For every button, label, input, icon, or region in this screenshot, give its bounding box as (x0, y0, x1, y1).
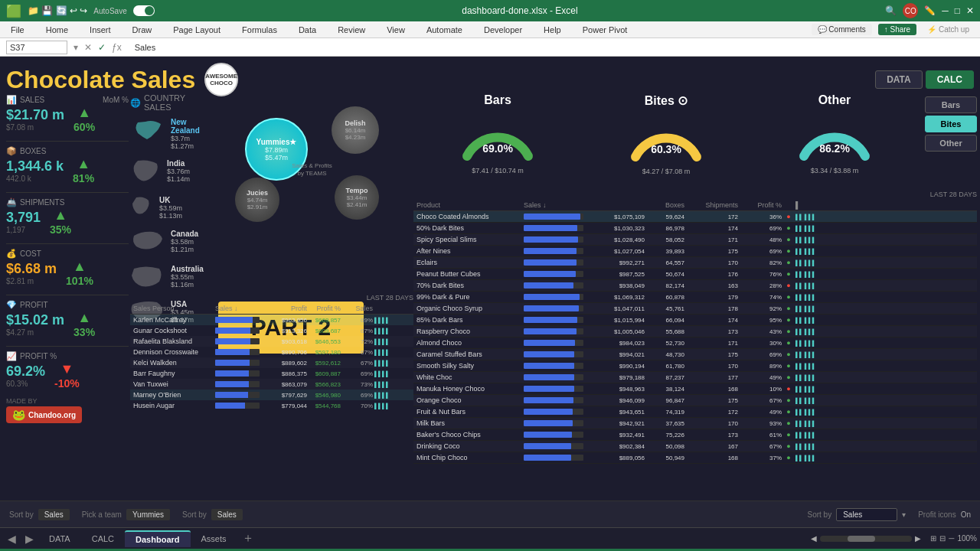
excel-sheet-tabs: ◀ ▶ DATA CALC Dashboard Assets ＋ ◀ ▶ ⊞ ⊟… (0, 527, 980, 549)
view-tab[interactable]: View (382, 24, 410, 36)
sheet-tab-calc[interactable]: CALC (81, 531, 125, 546)
products-last28-label: LAST 28 DAYS (413, 191, 977, 198)
excel-ribbon: File Home Insert Draw Page Layout Formul… (0, 21, 980, 38)
jucies-bubble[interactable]: Jucies $4.74m $2.91m (235, 178, 279, 222)
category-buttons: Bars Bites Other (925, 96, 977, 152)
formula-expand[interactable]: ▾ (74, 42, 78, 53)
profit-icons-control: Profit icons On (918, 510, 971, 519)
metrics-panel: 📊SALESMoM % $21.70 m $7.08 m ▲ 60% 📦BOXE… (6, 95, 129, 423)
product-row: 99% Dark & Pure $1,069,312 60,878 179 74… (413, 292, 977, 303)
shipments-metric: 🚢SHIPMENTS 3,791 1,197 ▲ 35% (6, 197, 129, 236)
catchup-btn[interactable]: ⚡ Catch up (923, 24, 974, 35)
scroll-bar-left[interactable]: ◀ (811, 534, 817, 543)
sheet-tab-assets[interactable]: Assets (191, 531, 237, 546)
formula-icon: ƒx (112, 42, 122, 53)
developer-tab[interactable]: Developer (479, 24, 527, 36)
title-section: Chocolate Sales AWESOME CHOCO (6, 63, 238, 96)
bars-cat-button[interactable]: Bars (925, 96, 977, 113)
product-row: Mint Chip Choco $889,056 50,949 168 37% … (413, 452, 977, 464)
profit-pct-metric: 📈PROFIT % 69.2% 60.3% ▼ -10% (6, 351, 129, 390)
tempo-bubble[interactable]: Tempo $3.44m $2.41m (335, 175, 379, 220)
home-tab[interactable]: Home (41, 24, 73, 36)
sales-row: Van Tuxwei $863,079 $566,823 73% ▌▌▌▌ (130, 379, 413, 390)
draw-tab[interactable]: Draw (128, 24, 157, 36)
product-row: Spicy Special Slims $1,028,490 58,052 17… (413, 234, 977, 246)
bites-cat-button[interactable]: Bites (925, 116, 977, 132)
formula-bar: S37 ▾ ✕ ✓ ƒx Sales (0, 38, 980, 57)
share-btn[interactable]: ↑ Share (878, 24, 916, 35)
scroll-bar-right[interactable]: ▶ (915, 534, 921, 543)
sortby-input[interactable] (836, 508, 897, 521)
close-btn[interactable]: ✕ (966, 5, 974, 16)
boxes-metric: 📦BOXES 1,344.6 k 442.0 k ▲ 81% (6, 146, 129, 184)
svg-text:60.3%: 60.3% (651, 143, 681, 155)
powerpivot-tab[interactable]: Power Pivot (578, 24, 632, 36)
tab-prev[interactable]: ◀ (3, 531, 21, 546)
add-sheet-button[interactable]: ＋ (237, 529, 259, 548)
autosave-toggle[interactable] (133, 5, 155, 16)
product-row: White Choc $979,188 87,237 177 49% ● ▌▌ … (413, 372, 977, 383)
gauges-row: Bars 69.0% $7.41 / $10.74 m Bites ⊙ 60.3… (413, 93, 919, 175)
sortby-dropdown-icon[interactable]: ▾ (902, 510, 906, 519)
chandoo-logo[interactable]: 🐸Chandoo.org (6, 406, 82, 423)
autosave-label: AutoSave (93, 7, 126, 15)
products-table-header: Product Sales ↓ Boxes Shipments Profit %… (413, 200, 977, 211)
cost-metric: 💰COST $6.68 m $2.81 m ▲ 101% (6, 249, 129, 287)
product-row: 50% Dark Bites $1,030,323 86,978 174 69%… (413, 223, 977, 234)
country-new-zealand: New Zealand $3.7m $1.27m (130, 118, 214, 150)
products-section: LAST 28 DAYS Product Sales ↓ Boxes Shipm… (413, 191, 977, 464)
other-cat-button[interactable]: Other (925, 135, 977, 152)
product-row: Smooth Silky Salty $990,194 61,780 170 8… (413, 360, 977, 372)
country-australia: Australia $3.55m $1.16m (130, 265, 214, 291)
bars-gauge-svg: 69.0% (456, 110, 540, 164)
data-button[interactable]: DATA (875, 70, 923, 89)
country-canada: Canada $3.58m $1.21m (130, 230, 214, 256)
review-tab[interactable]: Review (333, 24, 370, 36)
help-tab[interactable]: Help (539, 24, 566, 36)
product-row: 85% Dark Bars $1,015,994 66,094 174 95% … (413, 315, 977, 326)
product-row: Almond Choco $984,023 52,730 171 30% ● ▌… (413, 337, 977, 349)
comments-btn[interactable]: 💬 Comments (812, 24, 872, 35)
automate-tab[interactable]: Automate (422, 24, 467, 36)
icon-group: 📁 💾 🔄 ↩ ↪ (28, 5, 87, 16)
formula-confirm[interactable]: ✓ (98, 42, 106, 53)
edit-icon[interactable]: ✏️ (924, 5, 936, 16)
product-row: Milk Bars $942,921 37,635 170 93% ● ▌▌ ▌… (413, 418, 977, 429)
file-tab[interactable]: File (6, 24, 29, 36)
formula-cancel[interactable]: ✕ (84, 42, 92, 53)
formula-content: Sales (131, 41, 974, 54)
product-row: Orange Choco $946,099 96,847 175 67% ● ▌… (413, 395, 977, 406)
dashboard-title: Chocolate Sales (6, 66, 195, 94)
other-gauge-svg: 86.2% (792, 110, 877, 164)
insert-tab[interactable]: Insert (85, 24, 116, 36)
country-uk: UK $3.59m $1.13m (130, 196, 214, 220)
sortby-control-1: Sort by Sales (9, 509, 70, 520)
product-row: Fruit & Nut Bars $943,651 74,319 172 49%… (413, 406, 977, 418)
sales-row: Karlen McCaffrey $963,956 $669,857 69% ▌… (130, 315, 413, 325)
formulas-tab[interactable]: Formulas (237, 24, 282, 36)
tab-next[interactable]: ▶ (21, 531, 38, 546)
restore-btn[interactable]: □ (955, 5, 960, 16)
bites-gauge: Bites ⊙ 60.3% $4.27 / $7.08 m (582, 93, 750, 175)
pagelayout-tab[interactable]: Page Layout (168, 24, 225, 36)
sales-row: Marney O'Brien $797,629 $546,980 69% ▌▌▌… (130, 390, 413, 400)
minimize-btn[interactable]: ─ (942, 5, 949, 16)
sales-persons-section: LAST 28 DAYS Sales Person Sales ↓ Profit… (130, 294, 413, 411)
made-by-section: MADE BY 🐸Chandoo.org (6, 397, 129, 423)
calc-button[interactable]: CALC (926, 70, 974, 89)
cell-reference[interactable]: S37 (6, 41, 67, 54)
data-tab[interactable]: Data (294, 24, 321, 36)
teams-center-label: Sales & Profits by TEAMS (291, 162, 333, 178)
sortby-control-2: Sort by Sales (182, 509, 243, 520)
product-row: Drinking Coco $902,384 50,098 167 67% ● … (413, 441, 977, 452)
sheet-tab-data[interactable]: DATA (38, 531, 81, 546)
delish-bubble[interactable]: Delish $6.14m $4.23m (332, 106, 379, 154)
sheet-tab-dashboard[interactable]: Dashboard (125, 530, 190, 547)
sales-row: Husein Augar $779,044 $544,768 70% ▌▌▌▌ (130, 400, 413, 411)
search-icon[interactable]: 🔍 (885, 5, 897, 16)
sales-row: Dennison Crosswaite $890,706 $597,180 67… (130, 347, 413, 357)
dashboard-header: Chocolate Sales AWESOME CHOCO DATA CALC (6, 63, 974, 96)
svg-text:69.0%: 69.0% (482, 142, 513, 155)
product-row: Peanut Butter Cubes $987,525 50,674 176 … (413, 269, 977, 280)
product-row: Organic Choco Syrup $1,047,011 45,761 17… (413, 303, 977, 315)
